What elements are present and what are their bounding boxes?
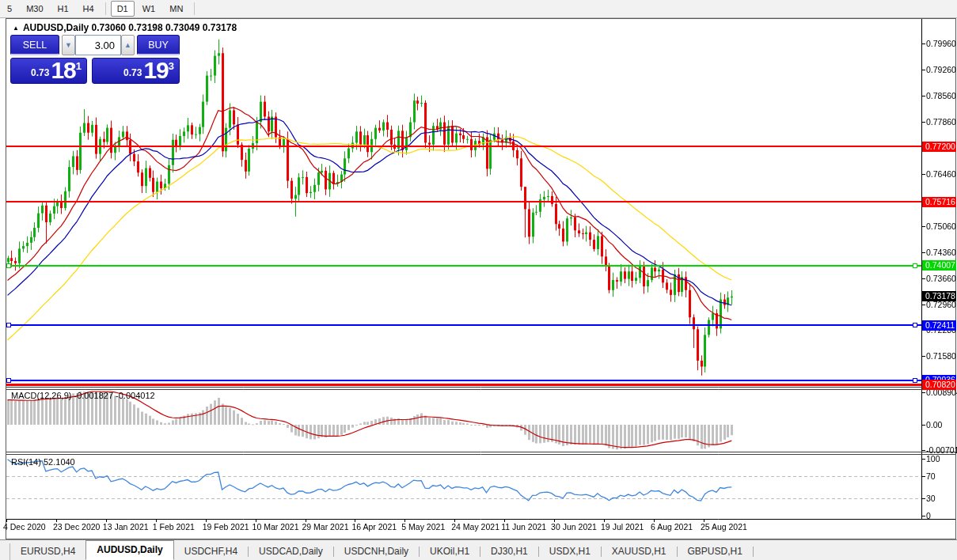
rsi-pane-splitter[interactable] [6,451,956,455]
volume-decrease-button[interactable]: ▼ [62,35,75,55]
level-price-label-0.72411[interactable]: 0.72411 [922,320,956,331]
date-label-13-Jan-2021: 13 Jan 2021 [103,522,149,532]
sell-price-panel[interactable]: 0.73 18 1 [10,58,87,84]
date-label-4-Dec-2020: 4 Dec 2020 [3,522,46,532]
macd-values: -0.001827 -0.004012 [74,391,154,400]
buy-price-sup: 3 [169,60,174,72]
buy-price-big: 19 [143,59,168,81]
chart-tab-audusd-daily[interactable]: AUDUSD,Daily [85,540,173,560]
date-label-23-Dec-2020: 23 Dec 2020 [53,522,101,532]
buy-price-panel[interactable]: 0.73 19 3 [92,58,180,84]
timeframe-button-5[interactable]: 5 [1,1,18,17]
rsi-title: RSI(14) [11,457,41,467]
rsi-value: 52.1040 [44,457,75,467]
macd-pane-splitter[interactable] [6,386,956,390]
date-label-1-Feb-2021: 1 Feb 2021 [153,522,195,532]
price-tick-0.79960: 0.79960 [926,39,956,48]
date-label-30-Jun-2021: 30 Jun 2021 [551,522,597,532]
level-price-label-0.75716[interactable]: 0.75716 [922,197,956,207]
timeframe-button-h4[interactable]: H4 [77,1,101,17]
rsi-tick-100: 100 [926,454,940,464]
chart-tab-usdx-h1[interactable]: USDX,H1 [539,543,601,560]
volume-input[interactable] [75,35,121,55]
toolbar-separator [194,2,195,15]
sell-price-sup: 1 [76,60,82,72]
rsi-tick-30: 30 [926,494,936,503]
price-tick-0.76460: 0.76460 [926,169,956,179]
trading-platform-window: 5M30H1H4D1W1MN ▲AUDUSD,Daily 0.73060 0.7… [0,0,957,560]
chart-tab-dj30-h1[interactable]: DJ30,H1 [480,543,538,560]
chart-title: ▲AUDUSD,Daily 0.73060 0.73198 0.73049 0.… [13,22,237,33]
rsi-tick-0: 0 [926,511,931,520]
price-tick-0.79260: 0.79260 [926,65,956,74]
date-label-16-Apr-2021: 16 Apr 2021 [351,522,397,532]
date-label-19-Jul-2021: 19 Jul 2021 [601,522,644,532]
chart-tab-usdchf-h4[interactable]: USDCHF,H4 [174,543,248,560]
price-tick-0.75060: 0.75060 [926,221,956,231]
chart-tab-bar: EURUSD,H4AUDUSD,DailyUSDCHF,H4USDCAD,Dai… [0,539,957,560]
date-label-11-Jun-2021: 11 Jun 2021 [501,522,546,532]
price-tick-0.74360: 0.74360 [926,248,956,257]
timeframe-toolbar: 5M30H1H4D1W1MN [0,0,957,18]
macd-tick-0.00: 0.00 [926,420,942,429]
price-tick-0.77860: 0.77860 [926,117,956,127]
one-click-trade-widget: SELL ▼ ▲ BUY 0.73 18 1 0.73 19 3 [10,35,180,84]
chart-tab-eurusd-h4[interactable]: EURUSD,H4 [10,543,85,560]
level-price-label-0.74007[interactable]: 0.74007 [922,260,956,271]
tab-separator [753,547,754,557]
sell-price-big: 18 [51,59,75,81]
date-label-19-Feb-2021: 19 Feb 2021 [203,522,249,532]
price-tick-0.78560: 0.78560 [926,91,956,100]
symbol-marker-icon: ▲ [13,25,19,32]
chart-title-text: AUDUSD,Daily 0.73060 0.73198 0.73049 0.7… [23,22,237,33]
timeframe-button-mn[interactable]: MN [163,1,189,17]
level-price-label-0.77200[interactable]: 0.77200 [922,142,956,152]
date-label-5-May-2021: 5 May 2021 [401,522,445,532]
current-price-label: 0.73178 [922,291,956,301]
chart-tab-ukoil-h1[interactable]: UKOil,H1 [420,543,480,560]
timeframe-button-w1[interactable]: W1 [136,1,162,17]
chart-tab-usdcad-daily[interactable]: USDCAD,Daily [249,543,333,560]
chart-canvas[interactable] [0,0,957,560]
rsi-tick-70: 70 [926,471,936,481]
sell-button[interactable]: SELL [10,35,59,55]
buy-button[interactable]: BUY [137,35,180,55]
date-label-29-Mar-2021: 29 Mar 2021 [302,522,349,532]
tab-bar-stub [0,543,10,560]
price-tick-0.71580: 0.71580 [926,351,956,361]
buy-price-prefix: 0.73 [123,67,142,78]
date-label-24-May-2021: 24 May 2021 [451,522,499,532]
chart-tab-gbpusd-h1[interactable]: GBPUSD,H1 [678,543,753,560]
date-label-10-Mar-2021: 10 Mar 2021 [253,522,299,532]
date-label-25-Aug-2021: 25 Aug 2021 [701,522,747,532]
macd-indicator-label: MACD(12,26,9) -0.001827 -0.004012 [11,391,155,400]
timeframe-button-h1[interactable]: H1 [51,1,75,17]
rsi-indicator-label: RSI(14) 52.1040 [11,457,75,467]
volume-increase-button[interactable]: ▲ [121,35,135,55]
macd-title: MACD(12,26,9) [11,391,71,400]
toolbar-separator [105,2,106,15]
timeframe-button-m30[interactable]: M30 [20,1,49,17]
date-label-6-Aug-2021: 6 Aug 2021 [651,522,693,532]
chart-tab-xauusd-h1[interactable]: XAUUSD,H1 [602,543,677,560]
sell-price-prefix: 0.73 [31,67,49,78]
timeframe-button-d1[interactable]: D1 [111,1,135,17]
price-tick-0.73660: 0.73660 [926,274,956,283]
chart-tab-usdcnh-daily[interactable]: USDCNH,Daily [334,543,419,560]
